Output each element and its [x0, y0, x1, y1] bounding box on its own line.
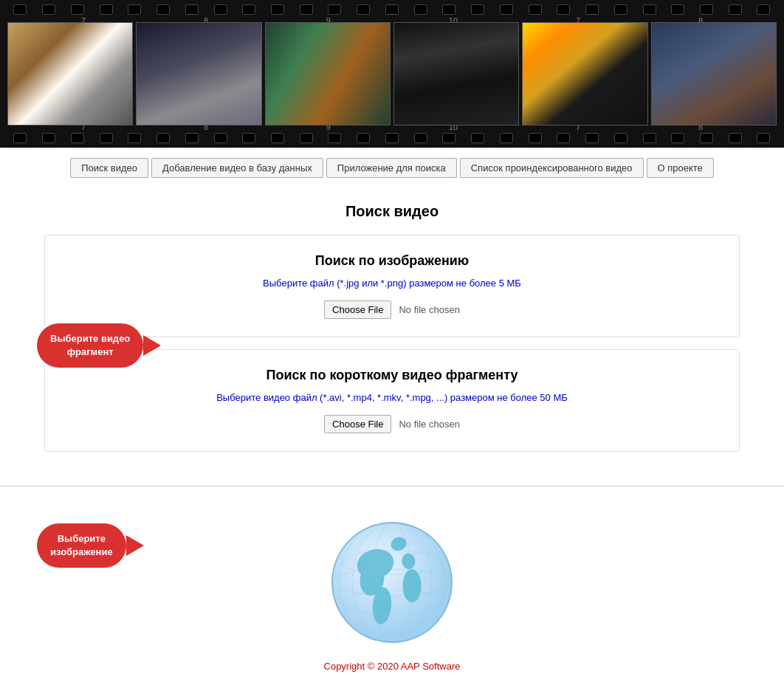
annotation-video-fragment: Выберите видео фрагмент	[37, 323, 161, 368]
image-choose-file-button[interactable]: Choose File	[324, 300, 391, 319]
film-frame-5	[522, 22, 647, 126]
film-frame-1	[7, 22, 133, 126]
nav-search-video[interactable]: Поиск видео	[70, 158, 148, 178]
image-no-file-label: No file chosen	[399, 304, 459, 315]
cards-wrapper: Выберите видео фрагмент Поиск по изображ…	[44, 235, 740, 452]
annotation-video-bubble: Выберите видео фрагмент	[37, 323, 143, 368]
film-frame-3	[265, 22, 391, 126]
annotation-image-bubble: Выберите изображение	[37, 523, 126, 568]
page-title: Поиск видео	[44, 203, 740, 220]
video-no-file-label: No file chosen	[399, 419, 459, 430]
globe-icon	[326, 516, 458, 649]
image-search-card: Поиск по изображению Выберите файл (*.jp…	[44, 235, 740, 337]
film-frame-2	[136, 22, 261, 126]
nav-search-app[interactable]: Приложение для поиска	[326, 158, 457, 178]
image-search-title: Поиск по изображению	[75, 253, 709, 269]
nav-about[interactable]: О проекте	[647, 158, 714, 178]
image-file-input-row: Choose File No file chosen	[75, 300, 709, 319]
annotation-video-arrow	[143, 335, 161, 356]
nav-bar: Поиск видео Добавление видео в базу данн…	[0, 148, 784, 185]
nav-indexed-list[interactable]: Список проиндексированного видео	[460, 158, 644, 178]
film-frames	[0, 0, 784, 148]
globe-container	[326, 516, 458, 649]
annotation-image: Выберите изображение	[37, 523, 144, 568]
main-content: Поиск видео Выберите видео фрагмент Поис…	[0, 185, 784, 486]
image-search-desc: Выберите файл (*.jpg или *.png) размером…	[75, 278, 709, 289]
film-frame-6	[651, 22, 777, 126]
video-search-desc: Выберите видео файл (*.avi, *.mp4, *.mkv…	[75, 392, 709, 403]
copyright-text: Copyright © 2020 AAP Software	[324, 661, 461, 672]
video-search-title: Поиск по короткому видео фрагменту	[75, 368, 709, 383]
filmstrip: 7891078 7891078	[0, 0, 784, 148]
bottom-section: Выберите изображение	[0, 486, 784, 687]
annotation-image-arrow	[126, 535, 144, 556]
film-frame-4	[393, 22, 519, 126]
video-choose-file-button[interactable]: Choose File	[324, 415, 391, 433]
video-file-input-row: Choose File No file chosen	[75, 415, 709, 433]
nav-add-video[interactable]: Добавление видео в базу данных	[151, 158, 323, 178]
